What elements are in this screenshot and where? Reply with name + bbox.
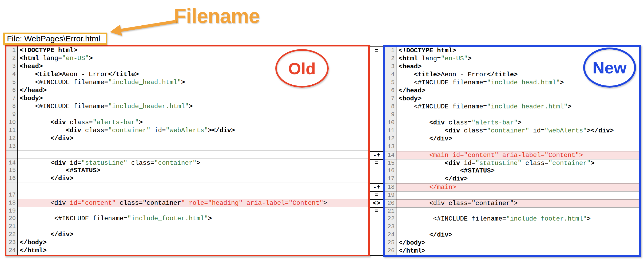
old-diff-row: 18 <div id="content" class="container" r… — [6, 199, 368, 207]
code-line: </main> — [396, 183, 639, 191]
code-line: </head> — [18, 87, 368, 95]
code-line — [18, 223, 368, 231]
line-number: 11 — [6, 127, 18, 135]
code-line: </html> — [18, 247, 368, 255]
line-number: 26 — [385, 247, 396, 255]
line-number: 19 — [6, 207, 18, 215]
new-badge: New — [583, 48, 636, 88]
diff-marker: = — [370, 191, 383, 199]
line-number: 22 — [385, 215, 396, 223]
old-diff-row — [6, 151, 368, 159]
code-line: <#INCLUDE filename="include_footer.html"… — [396, 215, 639, 223]
new-diff-row: 22 <#INCLUDE filename="include_footer.ht… — [385, 215, 639, 223]
file-path-box: File: WebPages\Error.html — [3, 33, 107, 45]
code-line — [396, 111, 639, 119]
filename-callout-label: Filename — [174, 4, 260, 28]
diff-marker: = — [370, 207, 383, 215]
code-line: </body> — [18, 239, 368, 247]
code-line: </div> — [18, 175, 368, 183]
code-line — [18, 151, 368, 159]
line-number: 1 — [385, 47, 396, 55]
line-number: 18 — [6, 199, 18, 207]
code-line — [396, 191, 639, 199]
line-number: 11 — [385, 127, 396, 135]
diff-marker: -+ — [370, 183, 383, 191]
old-diff-row: 8 <#INCLUDE filename="include_header.htm… — [6, 103, 368, 111]
diff-marker — [370, 103, 383, 111]
line-number: 8 — [385, 103, 396, 111]
line-number: 15 — [385, 159, 396, 167]
old-diff-row: 14 <div id="statusLine" class="container… — [6, 159, 368, 167]
new-diff-row: 16 <#STATUS> — [385, 167, 639, 175]
diff-marker: -+ — [370, 151, 383, 159]
line-number: 8 — [6, 103, 18, 111]
diff-marker — [370, 79, 383, 87]
code-line: <div class="alerts-bar"> — [18, 119, 368, 127]
line-number: 10 — [385, 119, 396, 127]
line-number — [6, 151, 18, 159]
diff-marker-column: =-+=-+=<>= — [370, 46, 383, 256]
code-line: <body> — [18, 95, 368, 103]
line-number: 24 — [6, 247, 18, 255]
line-number: 13 — [385, 143, 396, 151]
new-diff-row: 21 — [385, 207, 639, 215]
code-line: <div id="statusLine" class="container"> — [396, 159, 639, 167]
code-line: </head> — [396, 87, 639, 95]
code-line: </div> — [18, 135, 368, 143]
diff-marker — [370, 111, 383, 119]
code-line: </body> — [396, 239, 639, 247]
code-line: <#STATUS> — [396, 167, 639, 175]
code-line — [18, 183, 368, 191]
line-number: 10 — [6, 119, 18, 127]
old-diff-row: 21 — [6, 223, 368, 231]
new-diff-row: 6</head> — [385, 87, 639, 95]
diff-marker — [370, 95, 383, 103]
old-diff-row: 22 </div> — [6, 231, 368, 239]
diff-marker: = — [370, 47, 383, 55]
line-number: 6 — [385, 87, 396, 95]
new-diff-row: 7<body> — [385, 95, 639, 103]
old-diff-row — [6, 183, 368, 191]
line-number: 12 — [385, 135, 396, 143]
code-line: <#INCLUDE filename="include_footer.html"… — [18, 215, 368, 223]
old-diff-row: 11 <div class="container" id="webAlerts"… — [6, 127, 368, 135]
line-number: 12 — [6, 135, 18, 143]
code-line: <div class="alerts-bar"> — [396, 119, 639, 127]
old-diff-row: 6</head> — [6, 87, 368, 95]
diff-marker — [370, 239, 383, 247]
line-number: 3 — [6, 62, 18, 70]
old-diff-row: 24</html> — [6, 247, 368, 255]
line-number: 5 — [6, 78, 18, 87]
code-line: </html> — [396, 247, 639, 255]
new-diff-row: 19 — [385, 191, 639, 199]
line-number: 2 — [6, 54, 18, 62]
line-number: 24 — [385, 231, 396, 239]
new-diff-row: 8 <#INCLUDE filename="include_header.htm… — [385, 103, 639, 111]
old-diff-row: 16 </div> — [6, 175, 368, 183]
code-line: <#INCLUDE filename="include_header.html"… — [396, 103, 639, 111]
old-diff-row: 12 </div> — [6, 135, 368, 143]
diff-marker — [370, 119, 383, 127]
old-diff-row: 13 — [6, 143, 368, 151]
new-diff-row: 23 — [385, 223, 639, 231]
code-line: <div class="container"> — [396, 199, 639, 207]
old-badge: Old — [275, 49, 329, 88]
code-line — [18, 143, 368, 151]
diff-marker — [370, 247, 383, 255]
code-line: <#INCLUDE filename="include_header.html"… — [18, 103, 368, 111]
line-number: 4 — [6, 70, 18, 78]
code-line: </div> — [396, 135, 639, 143]
line-number: 16 — [6, 175, 18, 183]
line-number: 7 — [6, 95, 18, 103]
code-line: </div> — [396, 231, 639, 239]
diff-marker — [370, 63, 383, 71]
new-diff-row: 9 — [385, 111, 639, 119]
old-diff-row: 10 <div class="alerts-bar"> — [6, 119, 368, 127]
old-diff-row: 15 <#STATUS> — [6, 167, 368, 175]
code-line: <div class="container" id="webAlerts"></… — [396, 127, 639, 135]
old-badge-label: Old — [288, 59, 316, 78]
code-line — [18, 207, 368, 215]
new-badge-label: New — [593, 58, 626, 77]
old-diff-row: 17 — [6, 191, 368, 199]
line-number: 5 — [385, 79, 396, 87]
